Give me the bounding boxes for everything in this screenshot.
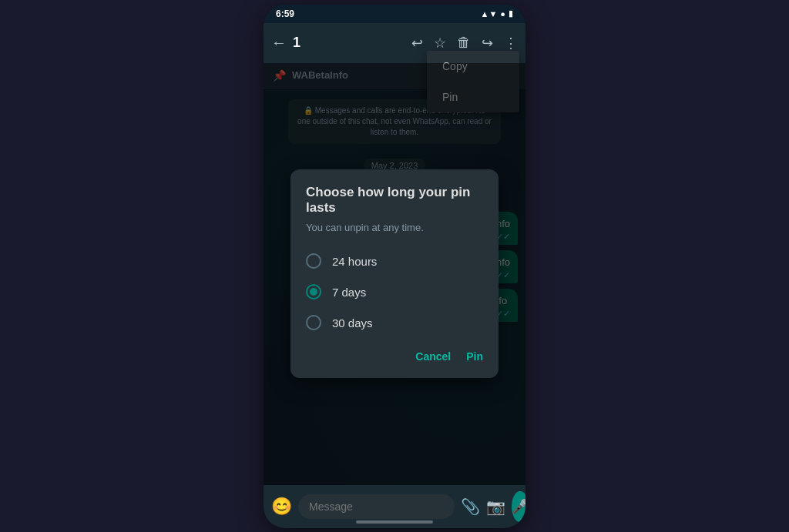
label-24-hours: 24 hours (332, 255, 377, 268)
dialog-title: Choose how long your pin lasts (306, 185, 483, 216)
selected-count: 1 (293, 35, 300, 51)
wifi-icon: ● (500, 9, 505, 18)
more-options-icon[interactable]: ⋮ (504, 35, 518, 52)
star-icon[interactable]: ☆ (434, 35, 446, 52)
option-30-days[interactable]: 30 days (306, 307, 483, 338)
battery-icon: ▮ (509, 8, 513, 18)
label-7-days: 7 days (332, 286, 366, 299)
pin-button[interactable]: Pin (466, 350, 483, 363)
mic-icon: 🎤 (512, 498, 525, 515)
home-indicator (356, 520, 433, 524)
status-time: 6:59 (276, 8, 294, 19)
cancel-button[interactable]: Cancel (415, 350, 451, 363)
mic-button[interactable]: 🎤 (512, 491, 525, 522)
radio-inner-7-days (310, 288, 317, 296)
forward-icon[interactable]: ↪ (482, 35, 493, 52)
dialog-actions: Cancel Pin (306, 350, 483, 363)
option-7-days[interactable]: 7 days (306, 276, 483, 307)
status-bar: 6:59 ▲▼ ● ▮ (264, 5, 525, 23)
camera-icon[interactable]: 📷 (486, 497, 505, 516)
radio-30-days[interactable] (306, 315, 321, 330)
dialog-subtitle: You can unpin at any time. (306, 222, 483, 233)
attach-icon[interactable]: 📎 (461, 497, 480, 516)
radio-24-hours[interactable] (306, 253, 321, 269)
emoji-button[interactable]: 😊 (271, 497, 292, 517)
signal-icon: ▲▼ (481, 9, 498, 18)
reply-icon[interactable]: ↩ (411, 35, 423, 52)
label-30-days: 30 days (332, 316, 373, 330)
pin-duration-dialog: Choose how long your pin lasts You can u… (290, 169, 499, 378)
phone-frame: 6:59 ▲▼ ● ▮ ← 1 ↩ ☆ 🗑 ↪ ⋮ Copy Pin 📌 WAB… (264, 5, 525, 528)
dialog-overlay: Choose how long your pin lasts You can u… (264, 63, 525, 485)
radio-7-days[interactable] (306, 284, 321, 299)
app-bar-actions: ↩ ☆ 🗑 ↪ ⋮ (411, 35, 518, 52)
app-bar: ← 1 ↩ ☆ 🗑 ↪ ⋮ Copy Pin (264, 23, 525, 63)
status-icons: ▲▼ ● ▮ (481, 8, 513, 18)
back-button[interactable]: ← (271, 34, 287, 52)
delete-icon[interactable]: 🗑 (457, 35, 471, 51)
option-24-hours[interactable]: 24 hours (306, 246, 483, 276)
message-input[interactable] (298, 494, 455, 519)
chat-area: 📌 WABetaInfo 🔒 Messages and calls are en… (264, 63, 525, 485)
